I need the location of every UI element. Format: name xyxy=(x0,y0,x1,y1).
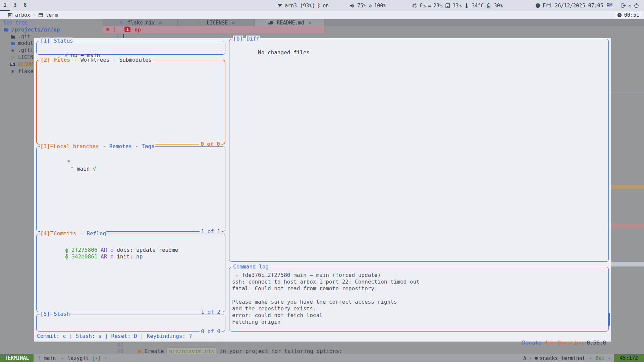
panel-tabs[interactable]: - Worktrees - Submodules xyxy=(70,57,152,63)
panel-key: [2] xyxy=(40,57,51,63)
network-group: arn3 (93%) ᛒ on xyxy=(277,0,329,11)
disk-usage: 13% xyxy=(452,3,462,9)
lazygit-stash-panel[interactable]: [5]Stash 0 of 0 xyxy=(36,314,225,331)
panel-key: [1] xyxy=(40,38,50,44)
neotree-root[interactable]: /projects/ar/np xyxy=(3,26,60,33)
current-branch-marker: * xyxy=(67,159,70,165)
log-line xyxy=(232,292,608,299)
log-line: Fetching origin xyxy=(232,319,608,325)
close-icon[interactable]: × xyxy=(159,20,162,26)
key-icon xyxy=(197,20,203,25)
log-line: Please make sure you have the correct ac… xyxy=(232,299,608,305)
line-number: 1 xyxy=(113,26,116,33)
heading-level-icon: 1 xyxy=(125,27,130,32)
sidebar-item-flake[interactable]: ❄ flake xyxy=(10,68,33,75)
panel-key: [5] xyxy=(40,311,50,317)
ask-question-link[interactable]: Ask Question xyxy=(545,340,584,346)
sidebar-item-modules[interactable]: modul xyxy=(10,40,33,47)
sidebar-item-license[interactable]: LICEN xyxy=(10,54,33,61)
panel-tabs[interactable]: - Remotes - Tags xyxy=(99,143,155,150)
commit-author: AR xyxy=(97,247,110,253)
workspace-8[interactable]: 8 xyxy=(20,0,30,11)
power-icon[interactable] xyxy=(634,3,639,8)
timer-icon xyxy=(617,12,622,18)
temperature: 34°C xyxy=(472,3,484,9)
brightness-level: 100% xyxy=(374,3,386,9)
sidebar-item-readme[interactable]: M↓ READM xyxy=(10,61,33,68)
branch-upstream-check: √ xyxy=(93,166,96,172)
workspace-1[interactable]: 1 xyxy=(0,0,10,11)
volume-icon xyxy=(350,3,355,8)
session-clock: 00:51 xyxy=(615,11,641,19)
commit-message: docs: update readme xyxy=(114,247,178,253)
close-icon[interactable]: × xyxy=(308,20,311,26)
tab-readme-md[interactable]: M↓ README.md × xyxy=(255,19,324,26)
commit-author: AR xyxy=(97,253,110,260)
clock-icon xyxy=(535,3,540,8)
tab-flake-nix[interactable]: ❄ flake.nix × xyxy=(103,19,178,26)
statusline: TERMINAL ᛘ main › lazygit [-] › Δ ‹ ≡ sn… xyxy=(0,354,644,362)
close-icon[interactable]: × xyxy=(232,20,235,26)
workspace-3[interactable]: 3 xyxy=(10,0,20,11)
buffer-tabline: ❄ flake.nix × LICENSE × M↓ README.md × xyxy=(103,19,644,26)
window-divider xyxy=(611,93,644,93)
panel-title: Local branches xyxy=(53,143,99,150)
panel-key: [4] xyxy=(40,230,50,237)
thermometer-icon xyxy=(464,3,469,8)
commit-icon: ɸ xyxy=(65,247,71,253)
logout-icon[interactable] xyxy=(621,3,626,8)
filetype-indicator: snacks_terminal xyxy=(540,355,585,361)
lazygit-footer-links: Donate Ask Question 0.56.0 xyxy=(503,333,606,340)
nix-icon: ❄ xyxy=(118,20,123,25)
git-icon: ◈ xyxy=(10,48,15,53)
scroll-mark-band xyxy=(611,185,644,189)
session-icon xyxy=(7,12,13,18)
reboot-icon[interactable]: ↻ xyxy=(628,3,631,9)
panel-tabs[interactable]: - Reflog xyxy=(76,230,106,237)
branch-row[interactable]: * ᛘ main √ xyxy=(41,152,225,159)
scroll-position-label: Bot xyxy=(596,355,605,361)
panel-title: Diff xyxy=(246,36,260,42)
line-number: 47 xyxy=(103,342,123,348)
cursor-position: 45:172 xyxy=(614,354,644,362)
lazygit-diff-panel[interactable]: [0]Diff No changed files xyxy=(229,39,609,262)
list-icon: ≡ xyxy=(535,355,538,361)
markdown-heading-line: 1 1 np xyxy=(103,26,324,33)
lazygit-branches-panel[interactable]: [3]Local branches - Remotes - Tags * ᛘ m… xyxy=(36,146,225,232)
datetime: Fri 26/12/2025 07:05 PM xyxy=(543,3,612,9)
branch-icon: ᛘ xyxy=(38,355,44,361)
brightness-icon: ⚙ xyxy=(369,3,372,9)
clock-group: Fri 26/12/2025 07:05 PM xyxy=(535,0,612,11)
nix-icon: ❄ xyxy=(10,69,15,74)
sidebar-item-gitignore[interactable]: ◈ .giti xyxy=(10,47,33,54)
lazygit-command-log-panel[interactable]: Command log + fde376c…2f27580 main → mai… xyxy=(229,267,609,331)
memory-usage: 23% xyxy=(433,3,442,9)
commit-icon: ɸ xyxy=(65,253,71,260)
window-name: term xyxy=(46,12,58,18)
commit-graph-node: o xyxy=(110,247,114,253)
donate-link[interactable]: Donate xyxy=(522,340,542,346)
diff-content: No changed files xyxy=(258,49,310,56)
panel-title: Status xyxy=(53,38,73,44)
sidebar-item-git[interactable]: .git xyxy=(10,33,30,40)
keybindings-hint: Commit: c | Stash: s | Reset: D | Keybin… xyxy=(37,333,192,340)
heading-text: np xyxy=(135,26,141,33)
lazygit-commits-panel[interactable]: [4]Commits - Reflog ɸ 2f275806 AR o docs… xyxy=(36,234,225,312)
cpu-usage: 6% xyxy=(420,3,426,9)
top-status-bar: 1 3 8 arn3 (93%) ᛒ on 75% ⚙ 100% 6% ≡ 23… xyxy=(0,0,644,11)
session-name: arbox xyxy=(15,12,30,18)
lazygit-files-panel[interactable]: [2]Files - Worktrees - Submodules 0 of 0 xyxy=(36,60,225,144)
commit-row[interactable]: ɸ 2f275806 AR o docs: update readme xyxy=(39,240,225,247)
session-tab[interactable]: arbox · term xyxy=(7,11,58,19)
command-log-content: + fde376c…2f27580 main → main (forced up… xyxy=(232,272,608,325)
battery-icon xyxy=(486,3,491,8)
tab-license[interactable]: LICENSE × xyxy=(178,19,255,26)
commit-hash: 342e0861 xyxy=(71,253,97,260)
scrollbar-thumb[interactable] xyxy=(608,313,610,326)
key-icon xyxy=(10,55,15,60)
battery-level: 30% xyxy=(494,3,503,9)
panel-title: Stash xyxy=(53,311,70,317)
lazygit-status-panel[interactable]: [1]Status √ np → main xyxy=(36,41,225,55)
session-time: 00:51 xyxy=(624,12,639,18)
panel-key: [0] xyxy=(233,36,243,42)
